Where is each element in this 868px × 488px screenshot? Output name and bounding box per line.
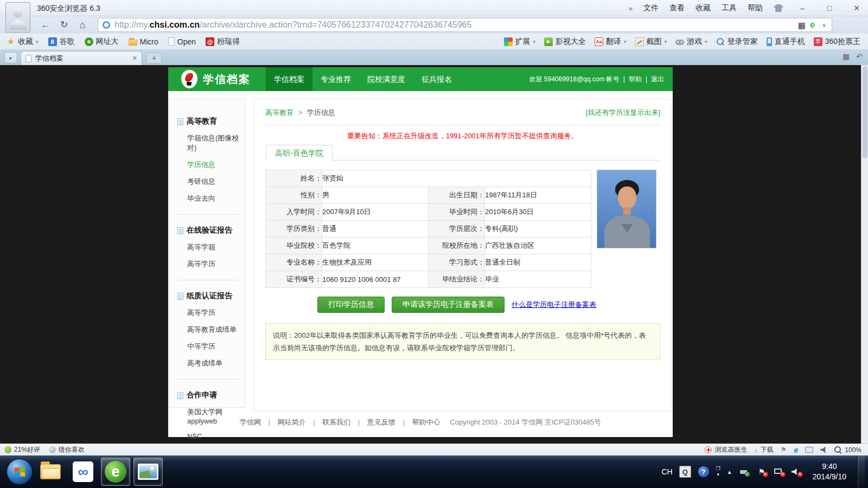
scrollbar[interactable] [861,65,868,444]
restore-panel-icon[interactable]: ❐ ▾ [716,466,720,477]
sidebar-item-xueji[interactable]: 学籍信息(图像校对) [187,133,245,153]
breadcrumb-parent[interactable]: 高等教育 [265,108,293,117]
taskbar-360-browser[interactable]: e [101,458,130,486]
nav-item-archive[interactable]: 学信档案 [266,67,312,91]
rating-item[interactable]: 21%好评 [4,445,40,454]
tab-active[interactable]: 学信档案 ✕ [21,51,142,65]
side-tab-toggle[interactable]: ▸ [4,52,17,63]
speaker-icon[interactable] [820,447,827,453]
taskbar-cloud-drive[interactable]: ∞ [68,458,98,486]
bookmark-google[interactable]: 8 谷歌 [48,37,75,47]
tab-close-icon[interactable]: ✕ [132,55,137,62]
refresh-button[interactable]: ↻ [56,18,72,32]
qr-code-icon[interactable]: ▦ [798,21,806,29]
table-row: 专业名称： 生物技术及应用 学习形式： 普通全日制 [266,254,591,271]
footer-link-feedback[interactable]: 意见反馈 [367,418,395,426]
nav-item-major[interactable]: 专业推荐 [312,67,359,91]
toolbar-video[interactable]: ▶ 影视大全 [544,37,586,47]
fullscreen-icon[interactable] [805,447,813,453]
skin-icon[interactable] [774,4,783,12]
sidebar-item-online-xueji[interactable]: 高等学籍 [187,242,245,252]
back-button[interactable]: ← [38,18,53,32]
ie-mode-icon[interactable]: e [810,21,815,29]
sidebar-item-kaoyan[interactable]: 考研信息 [187,177,245,187]
guess-you-like-item[interactable]: 猜你喜欢 [49,445,85,454]
sidebar-item-nsc[interactable]: NSC [187,432,245,440]
sidebar-item-paper-xueli[interactable]: 高等学历 [187,308,245,318]
menu-overflow-icon[interactable]: » [629,4,633,12]
bookmark-open[interactable]: Open [168,37,196,46]
restore-button[interactable]: □ [821,4,838,12]
field-value: 广西壮族自治区 [485,237,591,254]
footer-link-chsi[interactable]: 学信网 [240,418,261,426]
tray-expand-icon[interactable]: ▲ [727,469,732,475]
download-item[interactable]: ↓ 下载 [754,445,774,454]
user-avatar[interactable] [5,2,30,33]
url-text[interactable]: http://my.chsi.com.cn/archive/xlarchive.… [114,20,798,30]
sidebar-item-xueli[interactable]: 学历信息 [187,160,245,170]
table-row: 证书编号： 1060 9120 1006 0001 87 毕结业结论： 毕业 [266,271,591,288]
volume-muted-icon[interactable]: ✕ [791,467,802,477]
footer-link-contact[interactable]: 联系我们 [322,418,350,426]
print-degree-button[interactable]: 打印学历信息 [317,297,385,313]
tab-grid-icon[interactable]: ▦ [843,52,850,61]
table-row: 入学时间： 2007年9月10日 毕业时间： 2010年6月30日 [266,204,591,221]
help-badge-icon[interactable]: ? [698,466,710,478]
missing-degree-link[interactable]: [我还有学历没显示出来] [586,108,660,118]
sidebar-item-online-xueli[interactable]: 高等学历 [187,259,245,269]
toolbar-extensions[interactable]: 扩展 ▾ [504,37,536,47]
toolbar-phone[interactable]: 直通手机 [767,37,805,47]
url-dropdown-icon[interactable]: ∨ [819,22,828,29]
start-button[interactable] [7,459,33,485]
logout-link[interactable]: 退出 [651,75,664,84]
record-tab[interactable]: 高职-百色学院 [266,145,333,161]
help-link[interactable]: 帮助 [629,75,642,84]
sidebar-item-paper-zhongdeng[interactable]: 中等学历 [187,342,245,351]
site-footer: 学信网 | 网站简介 | 联系我们 | 意见反馈 | 帮助中心 Copyrigh… [168,418,673,427]
toolbar-ticket[interactable]: 票 360抢票王 [814,37,860,47]
new-tab-button[interactable]: + [146,53,162,63]
url-bar[interactable]: http://my.chsi.com.cn/archive/xlarchive.… [98,18,832,32]
close-button[interactable]: ✕ [848,4,865,12]
toolbar-login-manager[interactable]: 登录管家 [716,37,758,47]
sidebar-item-paper-gaokao[interactable]: 高考成绩单 [187,358,245,368]
ie-engine-icon[interactable]: e [794,446,799,454]
menu-file[interactable]: 文件 [643,3,659,13]
language-indicator[interactable]: CH [661,467,672,476]
bookmark-fenruide[interactable]: @ 粉瑞得 [206,37,240,47]
action-center-flag-icon[interactable]: ⚑✕ [756,467,767,477]
clock[interactable]: 9:40 2014/9/10 [813,461,846,482]
bookmark-wangzhi[interactable]: 网址大 [85,37,119,47]
toolbar-screenshot[interactable]: 截图 ▾ [635,37,667,47]
network-status-icon[interactable]: ✕ [774,467,784,477]
nav-item-satisfaction[interactable]: 院校满意度 [359,67,413,91]
toolbar-games[interactable]: 游戏 ▾ [675,37,707,47]
apply-record-button[interactable]: 申请该学历电子注册备案表 [392,297,505,313]
scrollbar-thumb[interactable] [863,66,867,158]
field-label: 毕业院校： [266,237,322,254]
taskbar-photo-viewer[interactable] [133,458,163,486]
menu-tools[interactable]: 工具 [722,3,737,13]
show-desktop-button[interactable] [857,455,865,488]
home-button[interactable]: ⌂ [75,18,90,32]
feedback-flag-icon[interactable]: ⚑ [781,446,787,454]
recently-closed-icon[interactable]: ↶ [856,52,863,61]
minimize-button[interactable]: – [794,4,810,12]
bookmark-favorites[interactable]: ★ 收藏 ▾ [7,37,39,47]
menu-view[interactable]: 查看 [669,3,685,13]
taskbar-explorer[interactable] [36,458,65,486]
menu-help[interactable]: 帮助 [748,3,763,13]
footer-link-about[interactable]: 网站简介 [278,418,306,426]
usb-eject-icon[interactable]: ✓ [739,467,750,477]
what-is-record-link[interactable]: 什么是学历电子注册备案表 [512,300,596,310]
nav-item-enlist[interactable]: 征兵报名 [413,67,460,91]
footer-link-help[interactable]: 帮助中心 [412,418,441,426]
sidebar-item-paper-chengjidan[interactable]: 高等教育成绩单 [187,325,245,335]
input-method-icon[interactable]: Q [679,466,691,478]
zoom-level[interactable]: 100% [834,446,861,454]
bookmark-folder-micro[interactable]: Micro [129,37,158,46]
sidebar-item-biye[interactable]: 毕业去向 [187,194,245,203]
browser-doctor-item[interactable]: 浏览器医生 [705,445,747,454]
toolbar-translate[interactable]: Aa 翻译 ▾ [595,37,627,47]
menu-favorites[interactable]: 收藏 [695,3,711,13]
